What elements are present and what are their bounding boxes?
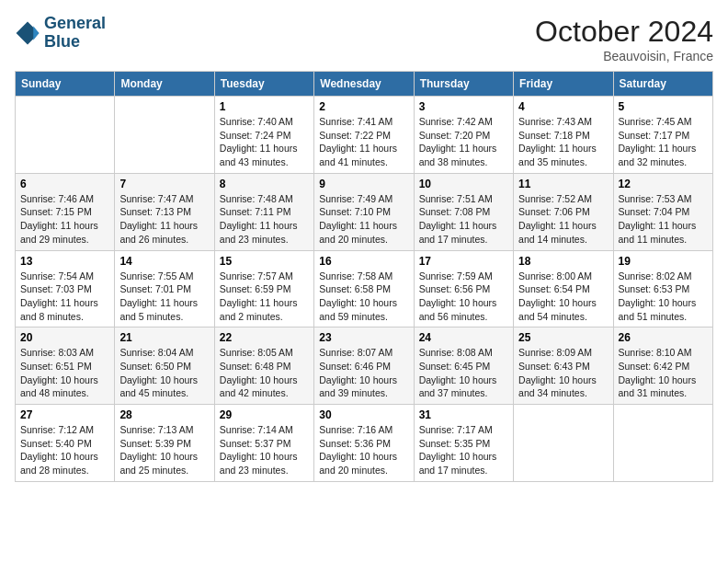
day-number: 6 (20, 178, 109, 190)
calendar-week-row: 27Sunrise: 7:12 AM Sunset: 5:40 PM Dayli… (16, 405, 713, 482)
day-number: 16 (319, 255, 408, 268)
logo-general: General (44, 14, 106, 32)
day-info: Sunrise: 7:52 AM Sunset: 7:06 PM Dayligh… (518, 192, 608, 247)
calendar-cell: 16Sunrise: 7:58 AM Sunset: 6:58 PM Dayli… (314, 250, 414, 327)
calendar-cell: 31Sunrise: 7:17 AM Sunset: 5:35 PM Dayli… (414, 405, 513, 482)
day-of-week-header: Monday (115, 72, 214, 97)
day-number: 10 (419, 178, 508, 190)
day-number: 27 (20, 408, 109, 421)
day-number: 31 (419, 408, 508, 421)
day-info: Sunrise: 7:42 AM Sunset: 7:20 PM Dayligh… (419, 115, 508, 169)
day-of-week-header: Thursday (414, 72, 513, 97)
logo-icon (15, 20, 40, 46)
day-number: 30 (319, 408, 408, 421)
day-info: Sunrise: 7:53 AM Sunset: 7:04 PM Dayligh… (619, 192, 708, 247)
day-number: 11 (518, 178, 608, 190)
day-number: 20 (20, 331, 109, 344)
day-info: Sunrise: 8:07 AM Sunset: 6:46 PM Dayligh… (319, 346, 408, 400)
calendar-cell: 13Sunrise: 7:54 AM Sunset: 7:03 PM Dayli… (16, 250, 115, 327)
calendar-cell (514, 405, 613, 482)
calendar-cell: 3Sunrise: 7:42 AM Sunset: 7:20 PM Daylig… (414, 97, 513, 174)
day-number: 12 (619, 178, 708, 190)
day-info: Sunrise: 8:10 AM Sunset: 6:42 PM Dayligh… (619, 346, 708, 400)
day-number: 2 (319, 100, 408, 113)
calendar-week-row: 1Sunrise: 7:40 AM Sunset: 7:24 PM Daylig… (16, 97, 713, 174)
month-title: October 2024 (535, 15, 713, 49)
calendar-cell: 26Sunrise: 8:10 AM Sunset: 6:42 PM Dayli… (613, 327, 712, 405)
logo-blue: Blue (44, 32, 80, 51)
calendar-cell: 14Sunrise: 7:55 AM Sunset: 7:01 PM Dayli… (115, 250, 214, 327)
calendar-cell: 1Sunrise: 7:40 AM Sunset: 7:24 PM Daylig… (214, 97, 313, 174)
logo-text: General Blue (44, 15, 106, 52)
calendar-cell (16, 97, 115, 174)
calendar-cell: 10Sunrise: 7:51 AM Sunset: 7:08 PM Dayli… (414, 173, 513, 250)
day-number: 25 (518, 331, 608, 344)
day-number: 7 (119, 178, 209, 190)
day-info: Sunrise: 7:41 AM Sunset: 7:22 PM Dayligh… (319, 115, 408, 169)
calendar-cell: 23Sunrise: 8:07 AM Sunset: 6:46 PM Dayli… (314, 327, 414, 405)
day-info: Sunrise: 7:17 AM Sunset: 5:35 PM Dayligh… (419, 423, 508, 477)
calendar-cell: 9Sunrise: 7:49 AM Sunset: 7:10 PM Daylig… (314, 173, 414, 250)
day-number: 29 (220, 408, 309, 421)
day-info: Sunrise: 8:08 AM Sunset: 6:45 PM Dayligh… (419, 346, 508, 400)
day-number: 9 (319, 178, 408, 190)
day-info: Sunrise: 7:49 AM Sunset: 7:10 PM Dayligh… (319, 192, 408, 247)
calendar-cell: 17Sunrise: 7:59 AM Sunset: 6:56 PM Dayli… (414, 250, 513, 327)
day-info: Sunrise: 8:04 AM Sunset: 6:50 PM Dayligh… (119, 346, 209, 400)
day-info: Sunrise: 8:09 AM Sunset: 6:43 PM Dayligh… (518, 346, 608, 400)
day-info: Sunrise: 8:00 AM Sunset: 6:54 PM Dayligh… (518, 270, 608, 324)
day-number: 3 (419, 100, 508, 113)
day-of-week-header: Wednesday (314, 72, 414, 97)
calendar-cell: 30Sunrise: 7:16 AM Sunset: 5:36 PM Dayli… (314, 405, 414, 482)
day-number: 8 (220, 178, 309, 190)
day-of-week-header: Sunday (16, 72, 115, 97)
calendar-cell: 4Sunrise: 7:43 AM Sunset: 7:18 PM Daylig… (514, 97, 613, 174)
calendar-cell: 19Sunrise: 8:02 AM Sunset: 6:53 PM Dayli… (613, 250, 712, 327)
day-info: Sunrise: 7:47 AM Sunset: 7:13 PM Dayligh… (119, 192, 209, 247)
calendar-cell: 27Sunrise: 7:12 AM Sunset: 5:40 PM Dayli… (16, 405, 115, 482)
calendar-cell: 18Sunrise: 8:00 AM Sunset: 6:54 PM Dayli… (514, 250, 613, 327)
day-info: Sunrise: 7:48 AM Sunset: 7:11 PM Dayligh… (220, 192, 309, 247)
day-info: Sunrise: 7:51 AM Sunset: 7:08 PM Dayligh… (419, 192, 508, 247)
calendar-cell: 6Sunrise: 7:46 AM Sunset: 7:15 PM Daylig… (16, 173, 115, 250)
day-info: Sunrise: 7:43 AM Sunset: 7:18 PM Dayligh… (518, 115, 608, 169)
day-number: 14 (119, 255, 209, 268)
calendar-cell: 29Sunrise: 7:14 AM Sunset: 5:37 PM Dayli… (214, 405, 313, 482)
day-number: 4 (518, 100, 608, 113)
day-number: 28 (119, 408, 209, 421)
day-number: 18 (518, 255, 608, 268)
day-info: Sunrise: 8:02 AM Sunset: 6:53 PM Dayligh… (619, 270, 708, 324)
day-number: 5 (619, 100, 708, 113)
day-info: Sunrise: 7:58 AM Sunset: 6:58 PM Dayligh… (319, 270, 408, 324)
day-info: Sunrise: 7:45 AM Sunset: 7:17 PM Dayligh… (619, 115, 708, 169)
day-info: Sunrise: 7:57 AM Sunset: 6:59 PM Dayligh… (220, 270, 309, 324)
day-info: Sunrise: 8:03 AM Sunset: 6:51 PM Dayligh… (20, 346, 109, 400)
calendar-week-row: 13Sunrise: 7:54 AM Sunset: 7:03 PM Dayli… (16, 250, 713, 327)
calendar-cell (115, 97, 214, 174)
day-info: Sunrise: 7:46 AM Sunset: 7:15 PM Dayligh… (20, 192, 109, 247)
day-number: 19 (619, 255, 708, 268)
svg-marker-1 (33, 26, 39, 40)
day-number: 24 (419, 331, 508, 344)
location: Beauvoisin, France (535, 49, 713, 63)
day-number: 22 (220, 331, 309, 344)
day-info: Sunrise: 8:05 AM Sunset: 6:48 PM Dayligh… (220, 346, 309, 400)
calendar-table: SundayMondayTuesdayWednesdayThursdayFrid… (15, 71, 713, 482)
page-header: General Blue October 2024 Beauvoisin, Fr… (15, 15, 713, 63)
calendar-cell: 22Sunrise: 8:05 AM Sunset: 6:48 PM Dayli… (214, 327, 313, 405)
logo: General Blue (15, 15, 106, 52)
calendar-cell: 21Sunrise: 8:04 AM Sunset: 6:50 PM Dayli… (115, 327, 214, 405)
day-info: Sunrise: 7:12 AM Sunset: 5:40 PM Dayligh… (20, 423, 109, 477)
day-info: Sunrise: 7:16 AM Sunset: 5:36 PM Dayligh… (319, 423, 408, 477)
day-number: 26 (619, 331, 708, 344)
day-number: 23 (319, 331, 408, 344)
header-row: SundayMondayTuesdayWednesdayThursdayFrid… (16, 72, 713, 97)
calendar-cell: 7Sunrise: 7:47 AM Sunset: 7:13 PM Daylig… (115, 173, 214, 250)
day-info: Sunrise: 7:59 AM Sunset: 6:56 PM Dayligh… (419, 270, 508, 324)
calendar-cell (613, 405, 712, 482)
calendar-cell: 2Sunrise: 7:41 AM Sunset: 7:22 PM Daylig… (314, 97, 414, 174)
day-of-week-header: Friday (514, 72, 613, 97)
calendar-cell: 5Sunrise: 7:45 AM Sunset: 7:17 PM Daylig… (613, 97, 712, 174)
day-number: 21 (119, 331, 209, 344)
day-of-week-header: Saturday (613, 72, 712, 97)
